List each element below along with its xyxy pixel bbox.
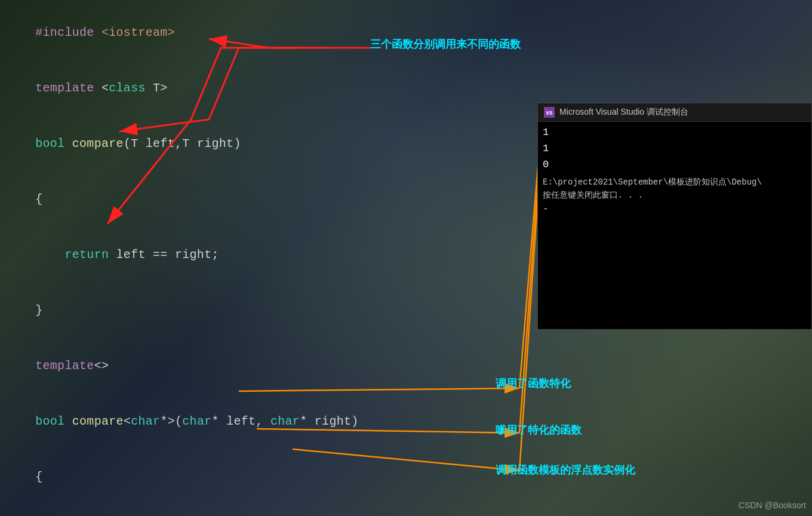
code-line-1: #include <iostream> <box>0 5 812 60</box>
console-close-msg: 按任意键关闭此窗口. . . <box>543 189 807 202</box>
code-line-10: return std::strcmp(left, right)== 0; <box>0 505 812 516</box>
console-output-1: 1 <box>543 124 807 140</box>
annotation-4: 调用函数模板的浮点数实例化 <box>496 463 635 477</box>
code-line-7: template<> <box>0 338 812 394</box>
console-output-3: 0 <box>543 156 807 173</box>
console-path: E:\project2021\September\模板进阶知识点\Debug\ <box>543 176 807 189</box>
code-line-8: bool compare<char*>(char* left, char* ri… <box>0 394 812 449</box>
annotation-2: 调用了函数特化 <box>496 376 571 391</box>
vs-icon: vs <box>544 107 555 118</box>
csdn-watermark: CSDN @Booksort <box>739 500 806 510</box>
annotation-1: 三个函数分别调用来不同的函数 <box>370 37 521 51</box>
console-window: vs Microsoft Visual Studio 调试控制台 1 1 0 E… <box>537 103 812 330</box>
console-title: Microsoft Visual Studio 调试控制台 <box>559 107 688 118</box>
console-titlebar: vs Microsoft Visual Studio 调试控制台 <box>538 103 811 122</box>
code-line-9: { <box>0 449 812 505</box>
annotation-3: 嗲用了特化的函数 <box>496 423 582 437</box>
console-body: 1 1 0 E:\project2021\September\模板进阶知识点\D… <box>538 122 811 220</box>
console-cursor: - <box>543 202 807 217</box>
console-output-2: 1 <box>543 140 807 156</box>
